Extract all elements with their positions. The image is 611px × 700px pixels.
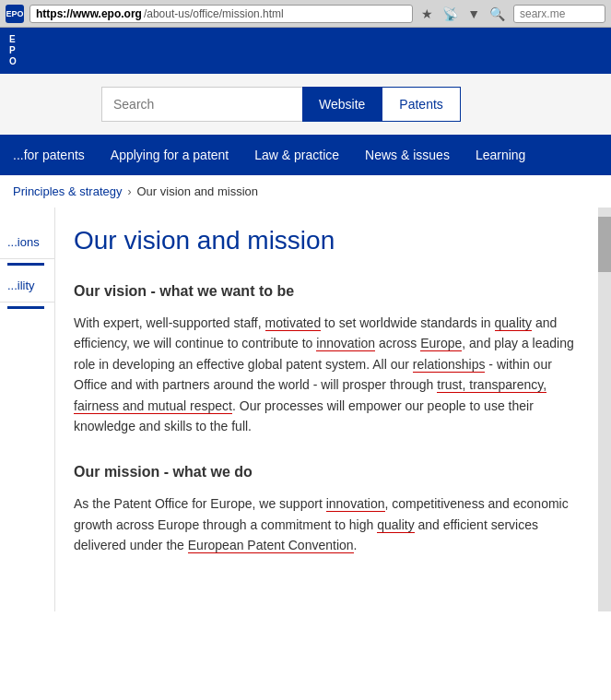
url-base: https://www.epo.org [36, 7, 142, 20]
rss-icon[interactable]: 📡 [440, 6, 461, 22]
sidebar: ...ions ...ility [0, 208, 55, 611]
epo-header: E P O [0, 28, 611, 74]
nav-item-for-patents[interactable]: ...for patents [0, 135, 98, 175]
mission-paragraph: As the Patent Office for Europe, we supp… [74, 493, 580, 555]
breadcrumb-parent[interactable]: Principles & strategy [13, 184, 123, 198]
mission-text-4: . [354, 538, 358, 552]
mission-heading: Our mission - what we do [74, 464, 580, 481]
epo-logo: E P O [9, 34, 17, 67]
browser-chrome: EPO https://www.epo.org /about-us/office… [0, 0, 611, 28]
nav-item-learning[interactable]: Learning [463, 135, 539, 175]
nav-item-news[interactable]: News & issues [352, 135, 463, 175]
vision-heading: Our vision - what we want to be [74, 283, 580, 300]
search-input[interactable] [101, 87, 302, 122]
innovation-link-1[interactable]: innovation [316, 336, 375, 351]
quality-link-2[interactable]: quality [377, 517, 414, 533]
main-content: Our vision and mission Our vision - what… [55, 208, 598, 611]
nav-item-law[interactable]: Law & practice [241, 135, 352, 175]
europe-link[interactable]: Europe [420, 336, 462, 351]
vision-section: Our vision - what we want to be With exp… [74, 283, 580, 436]
scrollbar-thumb[interactable] [598, 217, 611, 272]
breadcrumb-current: Our vision and mission [137, 184, 259, 198]
browser-search-input[interactable] [513, 5, 605, 23]
patents-button[interactable]: Patents [382, 87, 460, 122]
scrollbar[interactable] [598, 208, 611, 611]
vision-paragraph: With expert, well-supported staff, motiv… [74, 313, 580, 436]
zoom-icon[interactable]: 🔍 [487, 6, 508, 22]
browser-icons: ★ 📡 ▼ 🔍 [418, 6, 508, 22]
vision-text-1: With expert, well-supported staff, [74, 315, 265, 330]
quality-link-1[interactable]: quality [495, 315, 532, 331]
sidebar-bar-2 [7, 306, 44, 309]
nav-item-applying[interactable]: Applying for a patent [98, 135, 241, 175]
website-button[interactable]: Website [302, 87, 382, 122]
mission-text-1: As the Patent Office for Europe, we supp… [74, 496, 326, 511]
browser-logo: EPO [6, 5, 24, 23]
content-area: ...ions ...ility Our vision and mission … [0, 208, 611, 611]
innovation-link-2[interactable]: innovation [326, 496, 385, 512]
motivated-link[interactable]: motivated [265, 315, 322, 331]
mission-section: Our mission - what we do As the Patent O… [74, 464, 580, 555]
vision-text-4: across [375, 336, 420, 350]
breadcrumb: Principles & strategy › Our vision and m… [0, 175, 611, 208]
url-rest: /about-us/office/mission.html [144, 7, 284, 20]
search-area: Website Patents [0, 74, 611, 135]
convention-link[interactable]: European Patent Convention [188, 538, 354, 553]
sidebar-item-ility[interactable]: ...ility [0, 269, 54, 303]
vision-text-2: to set worldwide standards in [321, 315, 494, 330]
nav-bar: ...for patents Applying for a patent Law… [0, 135, 611, 175]
breadcrumb-separator: › [128, 185, 132, 198]
sidebar-item-ions[interactable]: ...ions [0, 226, 54, 259]
address-bar[interactable]: https://www.epo.org /about-us/office/mis… [29, 5, 413, 23]
bookmark-icon[interactable]: ★ [418, 6, 436, 22]
relationships-link[interactable]: relationships [413, 357, 486, 373]
page-title: Our vision and mission [74, 226, 580, 255]
dropdown-icon[interactable]: ▼ [464, 6, 483, 22]
sidebar-bar-1 [7, 263, 44, 266]
